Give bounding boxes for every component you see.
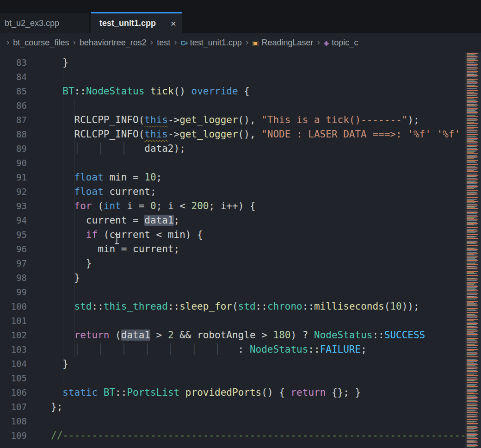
- line-number[interactable]: 105: [0, 371, 27, 386]
- line-number[interactable]: 87: [0, 113, 27, 127]
- code-line[interactable]: 88 RCLCPP_INFO(this->get_logger(), "NODE…: [0, 127, 465, 142]
- breadcrumb-item[interactable]: behaviortree_ros2: [80, 38, 147, 48]
- code-text[interactable]: float min = 10;: [27, 170, 162, 185]
- code-line[interactable]: 91 float min = 10;: [0, 170, 465, 185]
- code-line[interactable]: 107};: [0, 400, 465, 414]
- code-text[interactable]: min = current;: [27, 242, 179, 256]
- code-text[interactable]: [27, 414, 51, 429]
- code-line[interactable]: 94 current = data1;: [0, 213, 465, 228]
- code-line[interactable]: 83 }: [0, 56, 465, 70]
- line-number[interactable]: 90: [0, 156, 27, 170]
- code-text[interactable]: RCLCPP_INFO(this->get_logger(), "NODE : …: [27, 127, 460, 142]
- code-line[interactable]: 84: [0, 70, 465, 84]
- breadcrumb-item[interactable]: test: [157, 38, 170, 48]
- line-number[interactable]: 91: [0, 170, 27, 185]
- line-number[interactable]: 102: [0, 328, 27, 342]
- code-text[interactable]: [27, 285, 51, 299]
- code-text[interactable]: [27, 314, 51, 328]
- line-number[interactable]: 98: [0, 271, 27, 285]
- code-text[interactable]: float current;: [27, 185, 156, 199]
- code-line[interactable]: 104 }: [0, 357, 465, 371]
- code-token: 10: [390, 301, 401, 312]
- code-text[interactable]: }: [27, 357, 68, 371]
- code-line[interactable]: 99: [0, 285, 465, 299]
- code-line[interactable]: 92 float current;: [0, 185, 465, 199]
- code-line[interactable]: 106 static BT::PortsList providedPorts()…: [0, 386, 465, 400]
- code-token: };: [51, 401, 62, 412]
- code-text[interactable]: │ │ │ │ │ │ │ : NodeStatus::FAILURE;: [27, 342, 367, 357]
- code-text[interactable]: if (current < min) {: [27, 228, 203, 242]
- code-token: 0: [150, 200, 156, 212]
- line-number[interactable]: 108: [0, 414, 27, 429]
- line-number[interactable]: 99: [0, 285, 27, 299]
- line-number[interactable]: 95: [0, 228, 27, 242]
- code-token: 10: [144, 172, 156, 183]
- line-number[interactable]: 89: [0, 142, 27, 156]
- code-line[interactable]: 87 RCLCPP_INFO(this->get_logger(), "This…: [0, 113, 465, 127]
- line-number[interactable]: 106: [0, 386, 27, 400]
- code-token: min = current;: [51, 243, 179, 255]
- code-text[interactable]: for (int i = 0; i < 200; i++) {: [27, 199, 256, 213]
- minimap[interactable]: [465, 52, 481, 448]
- tab-bt-u2-ex3-cpp[interactable]: bt_u2_ex3.cpp: [0, 13, 89, 33]
- code-line[interactable]: 98 }: [0, 271, 465, 285]
- line-number[interactable]: 109: [0, 429, 27, 443]
- code-line[interactable]: 96 min = current;: [0, 242, 465, 256]
- code-line[interactable]: 109//-----------------------------------…: [0, 429, 465, 443]
- line-number[interactable]: 94: [0, 213, 27, 228]
- line-number[interactable]: 104: [0, 357, 27, 371]
- code-token: ::: [372, 330, 384, 341]
- line-number[interactable]: 92: [0, 185, 27, 199]
- code-text[interactable]: static BT::PortsList providedPorts() { r…: [27, 386, 361, 400]
- code-line[interactable]: 100 std::this_thread::sleep_for(std::chr…: [0, 299, 465, 314]
- code-area[interactable]: 83 }8485 BT::NodeStatus tick() override …: [0, 52, 465, 448]
- code-line[interactable]: 101: [0, 314, 465, 328]
- code-line[interactable]: 90: [0, 156, 465, 170]
- code-line[interactable]: 93 for (int i = 0; i < 200; i++) {: [0, 199, 465, 213]
- code-line[interactable]: 102 return (data1 > 2 && robotAngle > 18…: [0, 328, 465, 342]
- code-line[interactable]: 103 │ │ │ │ │ │ │ : NodeStatus::FAILURE;: [0, 342, 465, 357]
- code-line[interactable]: 108: [0, 414, 465, 429]
- code-token: ::: [256, 301, 267, 312]
- code-text[interactable]: [27, 99, 51, 113]
- code-text[interactable]: BT::NodeStatus tick() override {: [27, 84, 250, 99]
- code-text[interactable]: };: [27, 400, 62, 414]
- code-text[interactable]: }: [27, 256, 92, 271]
- code-text[interactable]: //--------------------------------------…: [27, 429, 465, 443]
- line-number[interactable]: 96: [0, 242, 27, 256]
- close-icon[interactable]: ×: [171, 19, 176, 28]
- code-text[interactable]: }: [27, 271, 80, 285]
- code-text[interactable]: RCLCPP_INFO(this->get_logger(), "This is…: [27, 113, 419, 127]
- breadcrumb-item[interactable]: ReadingLaser: [261, 38, 313, 48]
- breadcrumb-item[interactable]: topic_c: [332, 38, 358, 48]
- code-token: providedPorts: [185, 387, 261, 398]
- code-line[interactable]: 86: [0, 99, 465, 113]
- line-number[interactable]: 100: [0, 299, 27, 314]
- code-line[interactable]: 105: [0, 371, 465, 386]
- code-text[interactable]: current = data1;: [27, 213, 179, 228]
- breadcrumb-item[interactable]: test_unit1.cpp: [190, 38, 242, 48]
- code-line[interactable]: 95 if (current < min) {: [0, 228, 465, 242]
- code-text[interactable]: return (data1 > 2 && robotAngle > 180) ?…: [27, 328, 425, 342]
- line-number[interactable]: 83: [0, 56, 27, 70]
- line-number[interactable]: 85: [0, 84, 27, 99]
- tab-test-unit1-cpp[interactable]: test_unit1.cpp ×: [91, 12, 182, 33]
- line-number[interactable]: 93: [0, 199, 27, 213]
- line-number[interactable]: 97: [0, 256, 27, 271]
- breadcrumb-item[interactable]: bt_course_files: [13, 38, 69, 48]
- code-line[interactable]: 97 }: [0, 256, 465, 271]
- line-number[interactable]: 103: [0, 342, 27, 357]
- line-number[interactable]: 107: [0, 400, 27, 414]
- code-text[interactable]: [27, 371, 51, 386]
- line-number[interactable]: 88: [0, 127, 27, 142]
- code-line[interactable]: 85 BT::NodeStatus tick() override {: [0, 84, 465, 99]
- line-number[interactable]: 86: [0, 99, 27, 113]
- code-text[interactable]: [27, 70, 51, 84]
- code-text[interactable]: [27, 156, 51, 170]
- code-text[interactable]: }: [27, 56, 68, 70]
- line-number[interactable]: 84: [0, 70, 27, 84]
- code-text[interactable]: std::this_thread::sleep_for(std::chrono:…: [27, 299, 419, 314]
- code-text[interactable]: │ │ │ data2);: [27, 142, 185, 156]
- line-number[interactable]: 101: [0, 314, 27, 328]
- code-line[interactable]: 89 │ │ │ data2);: [0, 142, 465, 156]
